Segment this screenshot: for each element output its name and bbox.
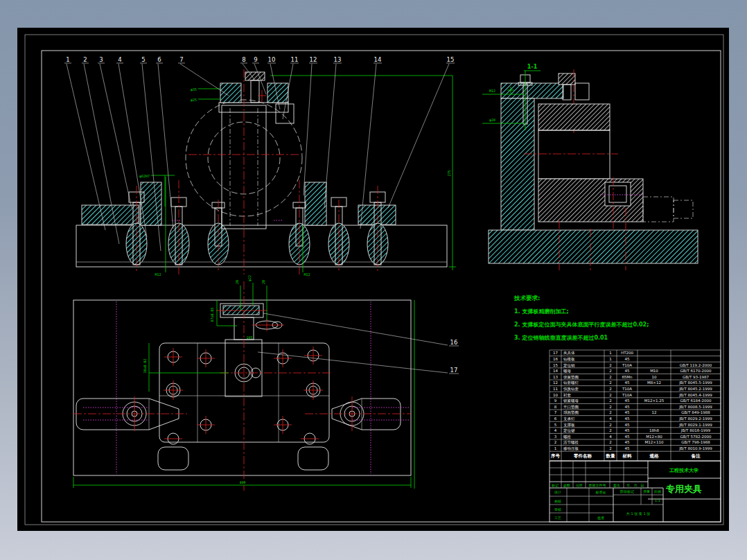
parts-header: 材料 bbox=[622, 453, 633, 459]
dim-plan-top2: φ22 bbox=[247, 275, 252, 281]
part-row-material: 45 bbox=[625, 405, 630, 409]
part-row-material: 45 bbox=[625, 380, 630, 385]
dim-side-2: φ20 bbox=[489, 118, 495, 123]
part-row-qty: 1 bbox=[609, 351, 612, 355]
part-row-name: 钻模板 bbox=[563, 357, 575, 361]
part-row-material: 45 bbox=[625, 440, 630, 444]
dim-side-1: M12 bbox=[489, 89, 495, 93]
part-row-qty: 2 bbox=[609, 363, 612, 367]
part-row-spec: 12 bbox=[652, 410, 657, 414]
dim-front-mid: φ62H7 bbox=[139, 174, 150, 179]
callout-1: 1 bbox=[66, 56, 69, 63]
part-row-spec: 18h8 bbox=[649, 428, 659, 432]
callout-5: 5 bbox=[141, 56, 145, 63]
part-row-name: 开口垫圈 bbox=[563, 405, 579, 410]
callout-16: 16 bbox=[450, 339, 458, 346]
callout-2: 2 bbox=[83, 56, 87, 63]
part-row-qty: 2 bbox=[609, 405, 612, 409]
tb-sheet: 共 1 张 第 1 张 bbox=[626, 511, 650, 516]
callout-4: 4 bbox=[118, 56, 121, 63]
part-row-remark: JB/T 8008.5-1999 bbox=[678, 405, 712, 410]
callout-10: 10 bbox=[268, 56, 276, 63]
callout-11: 11 bbox=[291, 56, 299, 63]
tb-standard: 标准化 bbox=[595, 490, 606, 495]
dim-front-bolt-left: M12 bbox=[155, 272, 161, 277]
part-row-material: 45 bbox=[625, 357, 630, 361]
part-row-qty: 2 bbox=[609, 380, 612, 385]
part-row-spec: M10 bbox=[650, 369, 658, 373]
tb-drawing-title: 专用夹具 bbox=[665, 484, 702, 494]
tb-scale-value: 1:1 bbox=[655, 498, 660, 502]
part-row-material: 45 bbox=[625, 410, 630, 414]
part-row-name: 衬套 bbox=[563, 393, 572, 398]
dim-plan-width: 460 bbox=[239, 480, 245, 484]
part-row-remark: GB/T 6184-2000 bbox=[680, 399, 712, 403]
part-row-no: 1 bbox=[554, 446, 557, 450]
part-row-remark: GB/T 93-1987 bbox=[683, 375, 709, 379]
tb-count: 处数 bbox=[563, 483, 570, 488]
part-row-spec: M8×12 bbox=[647, 380, 661, 385]
tb-change-no: 更改文件号 bbox=[589, 483, 606, 487]
parts-header: 序号 bbox=[550, 453, 561, 459]
part-row-qty: 2 bbox=[609, 369, 612, 373]
part-row-remark: GB/T 6170-2000 bbox=[680, 369, 712, 373]
dim-plan-slot-bottom: 105 bbox=[246, 335, 252, 340]
part-row-qty: 2 bbox=[609, 410, 612, 414]
dim-plan-slot-left: 87±0.05 bbox=[210, 307, 214, 322]
part-row-qty: 2 bbox=[609, 393, 612, 397]
part-row-no: 13 bbox=[553, 375, 558, 379]
drawing-canvas[interactable]: φ35 φ25 φ62H7 M12 M12 275 bbox=[0, 0, 747, 560]
part-row-material: 65Mn bbox=[622, 375, 633, 379]
part-row-name: 螺母 bbox=[563, 369, 572, 373]
tb-scale-label: 比例 bbox=[654, 489, 661, 494]
part-row-remark: GB/T 119.2-2000 bbox=[680, 363, 712, 367]
callout-6: 6 bbox=[157, 56, 161, 63]
part-row-no: 8 bbox=[554, 405, 557, 409]
tech-requirement-3: 3. 定位销轴线垂直度误差不超过0.01 bbox=[514, 334, 608, 341]
part-row-no: 3 bbox=[554, 435, 557, 439]
tb-process: 工艺 bbox=[554, 516, 561, 520]
part-row-no: 9 bbox=[554, 399, 557, 403]
tb-design: 设计 bbox=[554, 490, 561, 494]
callout-8: 8 bbox=[242, 56, 245, 63]
tb-check: 校核 bbox=[554, 499, 561, 503]
part-row-no: 14 bbox=[553, 369, 558, 373]
part-row-qty: 2 bbox=[609, 423, 612, 427]
part-row-spec: M12×80 bbox=[646, 435, 662, 439]
part-row-remark: JB/T 8029.2-1999 bbox=[678, 417, 712, 421]
part-row-remark: GB/T 849-1988 bbox=[681, 410, 710, 414]
part-row-name: 球面垫圈 bbox=[563, 410, 579, 415]
part-row-material: 45 bbox=[625, 417, 630, 421]
tech-requirement-1: 1. 支撑板精磨削加工; bbox=[514, 308, 569, 315]
part-row-spec: 10 bbox=[652, 375, 657, 379]
part-row-material: 45 bbox=[625, 423, 630, 427]
part-row-material: 45 bbox=[625, 435, 630, 439]
part-row-spec: M12×1.25 bbox=[644, 399, 665, 403]
part-row-name: 快换钻套 bbox=[563, 387, 579, 392]
part-row-name: 夹具体 bbox=[563, 351, 575, 355]
part-row-no: 2 bbox=[554, 440, 557, 444]
part-row-name: 螺栓 bbox=[563, 435, 572, 439]
part-row-material: T10A bbox=[622, 387, 632, 391]
tb-mark: 标记 bbox=[551, 483, 559, 488]
part-row-remark: GB/T 5782-2000 bbox=[680, 435, 712, 439]
part-row-no: 17 bbox=[553, 351, 558, 355]
callout-7: 7 bbox=[179, 56, 183, 63]
part-row-material: T10A bbox=[622, 363, 632, 367]
callout-17: 17 bbox=[450, 367, 458, 374]
part-row-qty: 1 bbox=[609, 357, 612, 361]
tech-requirement-2: 2. 支撑板定位面与夹具体底面平行度误差不超过0.02; bbox=[514, 321, 649, 328]
tb-sign: 签名 bbox=[613, 483, 620, 488]
part-row-qty: 2 bbox=[609, 428, 612, 432]
part-row-name: 定位销 bbox=[563, 363, 575, 368]
part-row-qty: 2 bbox=[609, 375, 612, 379]
dim-front-top1: φ35 bbox=[191, 87, 197, 92]
callout-9: 9 bbox=[254, 56, 257, 63]
part-row-remark: JB/T 8016-1999 bbox=[680, 428, 711, 433]
part-row-name: 支承钉 bbox=[563, 417, 575, 421]
part-row-qty: 2 bbox=[609, 399, 612, 403]
part-row-qty: 4 bbox=[609, 417, 612, 421]
part-row-qty: 2 bbox=[609, 446, 612, 450]
part-row-remark: JB/T 8029.1-1999 bbox=[678, 423, 712, 428]
part-row-no: 7 bbox=[554, 410, 557, 414]
